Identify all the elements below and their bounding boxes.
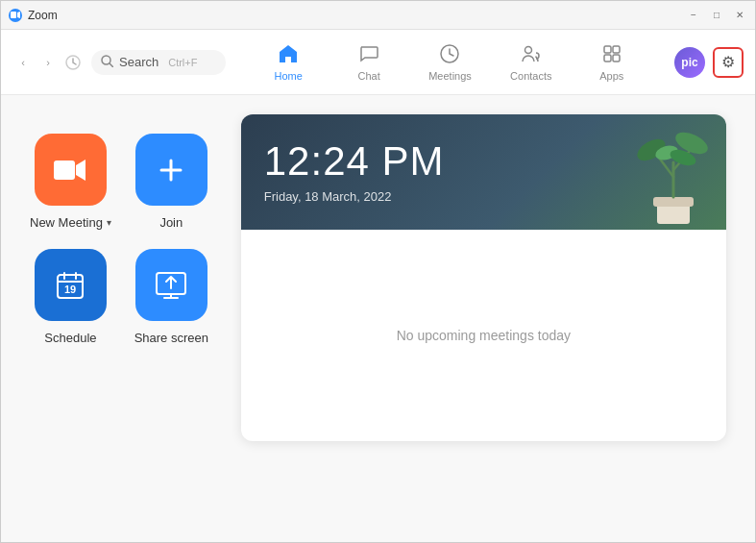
search-icon [101,54,113,71]
actions-grid: New Meeting ▾ Join [30,114,212,345]
new-meeting-button[interactable] [35,134,107,206]
tab-apps-label: Apps [599,70,623,82]
join-button[interactable] [135,134,207,206]
title-bar-left: Zoom [9,9,58,22]
title-bar: Zoom − □ ✕ [1,1,755,30]
nav-arrows: ‹ › [12,52,84,73]
svg-marker-1 [17,12,20,18]
app-window: Zoom − □ ✕ ‹ › [0,0,756,543]
tab-home-label: Home [275,70,303,82]
tab-contacts[interactable]: Contacts [502,39,560,86]
tab-meetings-label: Meetings [428,70,472,82]
join-label: Join [159,215,183,230]
tab-chat[interactable]: Chat [340,39,398,86]
meetings-icon [439,43,460,67]
svg-rect-10 [613,55,620,62]
window-title: Zoom [28,9,58,22]
svg-rect-7 [604,46,611,53]
main-content: New Meeting ▾ Join [1,95,755,542]
search-label: Search [119,55,159,69]
calendar-card: 12:24 PM Friday, 18 March, 2022 [241,114,726,441]
action-item-new-meeting: New Meeting ▾ [30,134,111,230]
toolbar: ‹ › Search Ctrl+F [1,30,755,95]
share-screen-button[interactable] [135,249,207,321]
svg-text:19: 19 [64,284,76,295]
avatar[interactable]: pic [674,47,705,78]
svg-rect-0 [11,12,16,18]
svg-marker-12 [76,160,85,181]
tab-contacts-label: Contacts [510,70,551,82]
chat-icon [358,43,379,67]
nav-tabs: Home Chat Meetings [233,39,667,86]
new-meeting-chevron: ▾ [107,217,111,228]
window-controls: − □ ✕ [686,8,747,23]
tab-apps[interactable]: Apps [583,39,641,86]
schedule-label: Schedule [44,331,96,345]
search-shortcut: Ctrl+F [168,57,197,68]
svg-rect-8 [613,46,620,53]
action-item-share-screen: Share screen [131,249,212,345]
plant-decoration [621,124,726,230]
contacts-icon [521,43,542,67]
zoom-logo [9,9,22,22]
tab-chat-label: Chat [358,70,380,82]
settings-button[interactable]: ⚙ [713,47,744,78]
schedule-button[interactable]: 19 [35,249,107,321]
new-meeting-label: New Meeting ▾ [30,215,111,230]
nav-forward-button[interactable]: › [37,52,59,73]
tab-home[interactable]: Home [259,39,317,86]
maximize-button[interactable]: □ [709,8,724,23]
gear-icon: ⚙ [721,53,735,71]
apps-icon [601,43,622,67]
calendar-body: No upcoming meetings today [241,230,726,441]
svg-line-4 [110,63,113,67]
no-meetings-text: No upcoming meetings today [397,328,571,343]
tab-meetings[interactable]: Meetings [421,39,479,86]
svg-line-27 [659,158,673,177]
svg-point-6 [524,46,531,53]
search-bar[interactable]: Search Ctrl+F [91,50,226,75]
action-item-schedule: 19 Schedule [30,249,111,345]
home-icon [278,43,299,67]
nav-back-button[interactable]: ‹ [12,52,34,73]
nav-history-button[interactable] [62,52,84,73]
calendar-header: 12:24 PM Friday, 18 March, 2022 [241,114,726,230]
action-item-join: Join [131,134,212,230]
share-screen-label: Share screen [134,331,208,345]
close-button[interactable]: ✕ [732,8,747,23]
profile-area: pic [674,47,705,78]
svg-rect-9 [604,55,611,62]
svg-rect-11 [54,160,75,180]
minimize-button[interactable]: − [686,8,701,23]
